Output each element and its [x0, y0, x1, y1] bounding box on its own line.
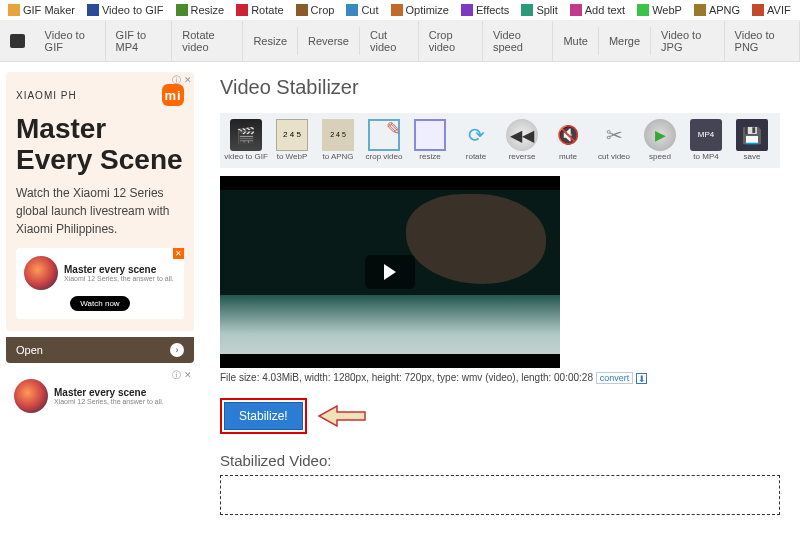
ad-open-button[interactable]: Open› [6, 337, 194, 363]
xiaomi-logo-icon: mi [162, 84, 184, 106]
top-nav: GIF Maker Video to GIF Resize Rotate Cro… [0, 0, 800, 21]
tool-video-to-gif[interactable]: 🎬video to GIF [224, 119, 268, 162]
tool-rotate[interactable]: ⟳rotate [454, 119, 498, 162]
webp-icon: 2 4 5 [276, 119, 308, 151]
vnav-resize[interactable]: Resize [243, 27, 298, 55]
tool-mute[interactable]: 🔇mute [546, 119, 590, 162]
nav-gif-maker[interactable]: GIF Maker [8, 4, 75, 16]
vnav-merge[interactable]: Merge [599, 27, 651, 55]
ad-card[interactable]: ✕ Master every scene Xiaomi 12 Series, t… [16, 248, 184, 319]
tool-speed[interactable]: ▶speed [638, 119, 682, 162]
scissors-icon: ✂ [598, 119, 630, 151]
vnav-rotate-video[interactable]: Rotate video [172, 21, 243, 61]
nav-add-text[interactable]: Add text [570, 4, 625, 16]
video-nav: Video to GIF GIF to MP4 Rotate video Res… [0, 21, 800, 62]
ad-close-icon[interactable]: ⓘ ✕ [172, 369, 192, 382]
vnav-video-to-jpg[interactable]: Video to JPG [651, 21, 724, 61]
rotate-icon: ⟳ [460, 119, 492, 151]
nav-split[interactable]: Split [521, 4, 557, 16]
ad-card-2[interactable]: ⓘ ✕ Master every scene Xiaomi 12 Series,… [6, 371, 194, 421]
tool-reverse[interactable]: ◀◀reverse [500, 119, 544, 162]
tool-to-webp[interactable]: 2 4 5to WebP [270, 119, 314, 162]
nav-cut[interactable]: Cut [346, 4, 378, 16]
file-info: File size: 4.03MiB, width: 1280px, heigh… [220, 372, 780, 384]
ad-card-close-icon[interactable]: ✕ [173, 248, 184, 259]
page-title: Video Stabilizer [220, 76, 780, 99]
tool-to-mp4[interactable]: MP4to MP4 [684, 119, 728, 162]
nav-crop[interactable]: Crop [296, 4, 335, 16]
download-icon[interactable]: ⬇ [636, 373, 647, 384]
nav-effects[interactable]: Effects [461, 4, 509, 16]
film-icon: 🎬 [230, 119, 262, 151]
ad-body: Watch the Xiaomi 12 Series global launch… [16, 184, 184, 238]
crop-icon [368, 119, 400, 151]
sidebar: ⓘ ✕ XIAOMI PH mi Master Every Scene Watc… [0, 62, 200, 529]
tool-to-apng[interactable]: 2 4 5to APNG [316, 119, 360, 162]
nav-resize[interactable]: Resize [176, 4, 225, 16]
highlight-box: Stabilize! [220, 398, 307, 434]
convert-link[interactable]: convert [596, 372, 634, 384]
speed-icon: ▶ [644, 119, 676, 151]
ad-heading: Master Every Scene [16, 114, 184, 176]
main-content: Video Stabilizer 🎬video to GIF 2 4 5to W… [200, 62, 800, 529]
nav-optimize[interactable]: Optimize [391, 4, 449, 16]
ad-brand: XIAOMI PH [16, 90, 77, 101]
stabilize-button[interactable]: Stabilize! [224, 402, 303, 430]
vnav-video-to-png[interactable]: Video to PNG [725, 21, 800, 61]
ad-image [24, 256, 58, 290]
mute-icon: 🔇 [552, 119, 584, 151]
video-toolbar: 🎬video to GIF 2 4 5to WebP 2 4 5to APNG … [220, 113, 780, 168]
vnav-mute[interactable]: Mute [553, 27, 598, 55]
nav-apng[interactable]: APNG [694, 4, 740, 16]
arrow-callout-icon [317, 404, 367, 428]
ad-unit[interactable]: ⓘ ✕ XIAOMI PH mi Master Every Scene Watc… [6, 72, 194, 331]
mp4-icon: MP4 [690, 119, 722, 151]
vnav-reverse[interactable]: Reverse [298, 27, 360, 55]
chevron-right-icon: › [170, 343, 184, 357]
nav-avif[interactable]: AVIF [752, 4, 791, 16]
ad-card-title: Master every scene [64, 264, 174, 275]
nav-webp[interactable]: WebP [637, 4, 682, 16]
apng-icon: 2 4 5 [322, 119, 354, 151]
output-label: Stabilized Video: [220, 452, 780, 469]
play-icon[interactable] [365, 255, 415, 289]
vnav-video-speed[interactable]: Video speed [483, 21, 554, 61]
ad-card-sub: Xiaomi 12 Series, the answer to all. [64, 275, 174, 282]
tool-resize[interactable]: resize [408, 119, 452, 162]
camera-icon [10, 34, 25, 48]
tool-crop-video[interactable]: crop video [362, 119, 406, 162]
ad-image [14, 379, 48, 413]
output-zone [220, 475, 780, 515]
save-icon: 💾 [736, 119, 768, 151]
tool-save[interactable]: 💾save [730, 119, 774, 162]
vnav-video-to-gif[interactable]: Video to GIF [35, 21, 106, 61]
reverse-icon: ◀◀ [506, 119, 538, 151]
vnav-gif-to-mp4[interactable]: GIF to MP4 [106, 21, 173, 61]
vnav-cut-video[interactable]: Cut video [360, 21, 419, 61]
ad-watch-button[interactable]: Watch now [70, 296, 129, 311]
tool-cut-video[interactable]: ✂cut video [592, 119, 636, 162]
ad-close-icon[interactable]: ⓘ ✕ [172, 74, 192, 87]
ad-card-sub: Xiaomi 12 Series, the answer to all. [54, 398, 164, 405]
ad-card-title: Master every scene [54, 387, 164, 398]
nav-video-to-gif[interactable]: Video to GIF [87, 4, 164, 16]
vnav-crop-video[interactable]: Crop video [419, 21, 483, 61]
nav-rotate[interactable]: Rotate [236, 4, 283, 16]
video-preview[interactable] [220, 176, 560, 368]
resize-icon [414, 119, 446, 151]
